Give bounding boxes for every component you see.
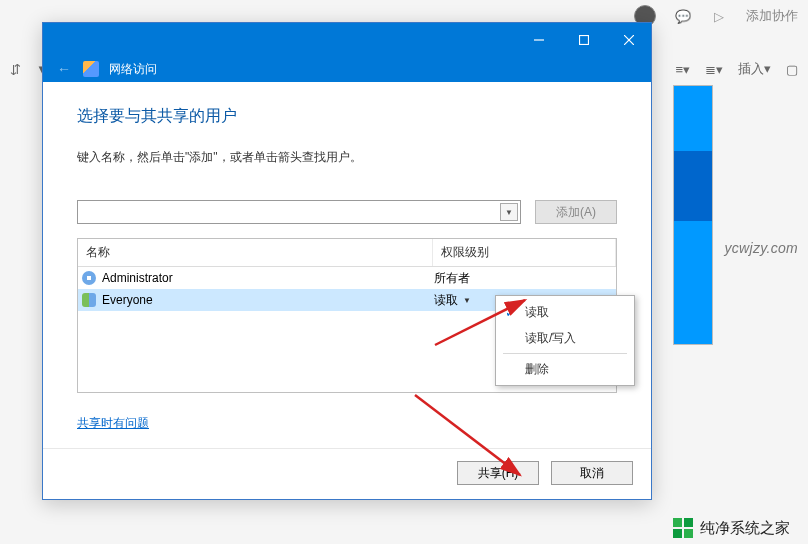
insert-menu[interactable]: 插入▾ bbox=[738, 60, 771, 78]
wizard-header: ← 网络访问 bbox=[43, 56, 651, 82]
svg-rect-1 bbox=[579, 35, 588, 44]
dialog-button-row: 共享(H) 取消 bbox=[43, 448, 651, 499]
add-user-row: ▼ 添加(A) bbox=[77, 200, 617, 224]
group-icon bbox=[82, 293, 96, 307]
network-access-dialog: ← 网络访问 选择要与其共享的用户 键入名称，然后单击"添加"，或者单击箭头查找… bbox=[42, 22, 652, 500]
permission-menu: ✓ 读取 读取/写入 删除 bbox=[495, 295, 635, 386]
chat-icon[interactable]: 💬 bbox=[674, 7, 692, 25]
back-icon[interactable]: ← bbox=[55, 61, 73, 77]
row-permission-label: 读取 bbox=[434, 292, 458, 309]
dialog-title: 网络访问 bbox=[109, 61, 157, 78]
instruction-text: 键入名称，然后单击"添加"，或者单击箭头查找用户。 bbox=[77, 149, 617, 166]
list-icon[interactable]: ≣▾ bbox=[705, 62, 723, 77]
col-permission[interactable]: 权限级别 bbox=[433, 239, 616, 266]
cancel-button[interactable]: 取消 bbox=[551, 461, 633, 485]
menu-separator bbox=[503, 353, 627, 354]
bg-top-toolbar: 💬 ▷ 添加协作 bbox=[634, 5, 798, 27]
play-icon[interactable]: ▷ bbox=[710, 7, 728, 25]
add-button: 添加(A) bbox=[535, 200, 617, 224]
watermark-text: ycwjzy.com bbox=[724, 240, 798, 256]
extra-icon[interactable]: ▢ bbox=[786, 62, 798, 77]
perm-option-readwrite[interactable]: 读取/写入 bbox=[499, 325, 631, 351]
bg-right-panel bbox=[673, 85, 713, 345]
row-name: Administrator bbox=[101, 271, 434, 285]
col-name[interactable]: 名称 bbox=[78, 239, 433, 266]
maximize-button[interactable] bbox=[561, 23, 606, 56]
user-combobox[interactable]: ▼ bbox=[77, 200, 521, 224]
dialog-content: 选择要与其共享的用户 键入名称，然后单击"添加"，或者单击箭头查找用户。 ▼ 添… bbox=[43, 82, 651, 448]
close-button[interactable] bbox=[606, 23, 651, 56]
share-button[interactable]: 共享(H) bbox=[457, 461, 539, 485]
user-icon bbox=[82, 271, 96, 285]
add-collab-button[interactable]: 添加协作 bbox=[746, 7, 798, 25]
perm-option-label: 读取/写入 bbox=[525, 330, 576, 347]
titlebar bbox=[43, 23, 651, 56]
brand-logo-icon bbox=[673, 518, 693, 538]
row-name: Everyone bbox=[101, 293, 434, 307]
page-heading: 选择要与其共享的用户 bbox=[77, 106, 617, 127]
trouble-sharing-link[interactable]: 共享时有问题 bbox=[77, 415, 617, 432]
user-list: 名称 权限级别 Administrator 所有者 Everyone 读取 ▼ bbox=[77, 238, 617, 393]
perm-option-remove[interactable]: 删除 bbox=[499, 356, 631, 382]
sort-icon[interactable]: ⇵ bbox=[10, 62, 21, 77]
line-height-icon[interactable]: ≡▾ bbox=[675, 62, 690, 77]
perm-option-label: 删除 bbox=[525, 361, 549, 378]
list-header: 名称 权限级别 bbox=[78, 239, 616, 267]
perm-option-read[interactable]: ✓ 读取 bbox=[499, 299, 631, 325]
row-permission: 所有者 bbox=[434, 270, 616, 287]
perm-option-label: 读取 bbox=[525, 304, 549, 321]
chevron-down-icon[interactable]: ▼ bbox=[500, 203, 518, 221]
chevron-down-icon: ▼ bbox=[463, 296, 471, 305]
brand-text: 纯净系统之家 bbox=[700, 519, 790, 538]
check-icon: ✓ bbox=[505, 305, 516, 320]
footer-brand: 纯净系统之家 bbox=[673, 518, 790, 538]
table-row[interactable]: Administrator 所有者 bbox=[78, 267, 616, 289]
minimize-button[interactable] bbox=[516, 23, 561, 56]
network-share-icon bbox=[83, 61, 99, 77]
